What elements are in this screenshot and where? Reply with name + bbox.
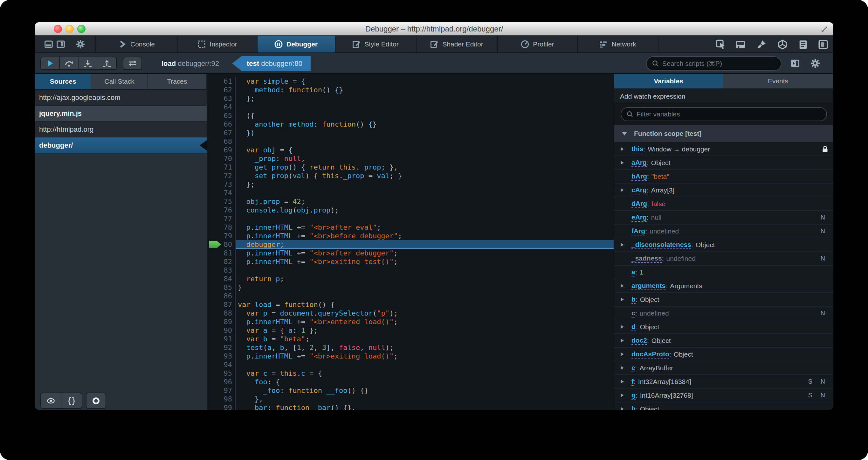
variable-name[interactable]: f [631, 378, 634, 386]
code-line-62[interactable]: 62 method: function() {} [208, 86, 614, 94]
code-line-66[interactable]: 66 another_method: function() {} [208, 120, 614, 128]
variables-tab-events[interactable]: Events [723, 74, 833, 88]
variable-row-b[interactable]: b:Object [614, 293, 833, 307]
line-number[interactable]: 88 [208, 309, 236, 317]
code-line-79[interactable]: 79 p.innerHTML += "<br>before debugger"; [208, 232, 614, 240]
line-number[interactable]: 85 [208, 283, 236, 292]
variable-row-d[interactable]: d:Object [614, 320, 833, 334]
line-number[interactable]: 76 [208, 206, 236, 214]
variable-name[interactable]: g [631, 391, 636, 400]
line-number[interactable]: 96 [208, 378, 236, 386]
variable-value[interactable]: Int16Array[32768] [640, 392, 693, 399]
step-over-button[interactable] [60, 57, 79, 69]
variable-name[interactable]: cArg [631, 186, 647, 194]
variable-value[interactable]: ArrayBuffer [640, 364, 674, 372]
expand-arrow-icon[interactable] [614, 324, 631, 329]
code-line-83[interactable]: 83 [208, 266, 614, 275]
code-line-81[interactable]: 81 p.innerHTML += "<br>after debugger"; [208, 249, 614, 257]
source-item[interactable]: debugger/ [35, 138, 207, 153]
code-line-61[interactable]: 61 var simple = { [208, 77, 614, 86]
pick-element-icon[interactable] [715, 39, 726, 50]
sources-tab-traces[interactable]: Traces [148, 74, 207, 89]
variable-name[interactable]: a [631, 268, 635, 277]
variable-value[interactable]: Object [651, 159, 671, 167]
variable-row-arguments[interactable]: arguments:Arguments [614, 279, 833, 293]
filter-variables-input[interactable]: Filter variables [621, 107, 827, 121]
line-number[interactable]: 82 [208, 257, 236, 266]
add-watch-expression[interactable]: Add watch expression [614, 89, 833, 104]
line-number[interactable]: 84 [208, 275, 236, 283]
line-number[interactable]: 70 [208, 154, 236, 163]
tab-style-editor[interactable]: Style Editor [335, 36, 416, 53]
variable-row-bArg[interactable]: bArg:"beta" [614, 170, 833, 183]
toggle-visibility-button[interactable] [41, 393, 61, 408]
line-number[interactable]: 93 [208, 352, 236, 361]
line-number[interactable]: 78 [208, 223, 236, 232]
expand-arrow-icon[interactable] [614, 160, 631, 166]
variable-name[interactable]: fArg [631, 227, 645, 235]
variable-value[interactable]: Object [651, 337, 671, 345]
variables-tab-variables[interactable]: Variables [614, 74, 723, 88]
code-line-92[interactable]: 92 test(a, b, [1, 2, 3], false, null); [208, 343, 614, 352]
line-number[interactable]: 97 [208, 386, 236, 395]
variable-name[interactable]: _sadness [631, 255, 662, 263]
code-line-93[interactable]: 93 p.innerHTML += "<br>exiting load()"; [208, 352, 614, 361]
source-item[interactable]: jquery.min.js [35, 106, 207, 121]
code-line-75[interactable]: 75 obj.prop = 42; [208, 197, 614, 206]
line-number[interactable]: 72 [208, 171, 236, 180]
code-line-99[interactable]: 99 bar: function _bar() {}, [208, 403, 614, 410]
tab-shader-editor[interactable]: Shader Editor [416, 36, 497, 53]
variable-value[interactable]: Arguments [670, 282, 702, 290]
black-box-button[interactable] [123, 57, 142, 70]
variable-row-cArg[interactable]: cArg:Array[3] [614, 183, 833, 197]
variable-value[interactable]: Window → debugger [648, 145, 710, 153]
variable-value[interactable]: Array[3] [651, 186, 675, 194]
code-line-89[interactable]: 89 p.innerHTML += "<br>entered load()"; [208, 317, 614, 326]
variable-name[interactable]: b [631, 295, 636, 304]
line-number[interactable]: 91 [208, 335, 236, 343]
panel-toggle-icon[interactable] [790, 58, 800, 68]
tab-inspector[interactable]: Inspector [178, 36, 257, 53]
line-number[interactable]: 61 [208, 77, 236, 86]
variable-name[interactable]: docAsProto [631, 350, 669, 358]
code-line-65[interactable]: 65 ({ [208, 111, 614, 120]
settings-gear-icon[interactable] [810, 58, 820, 68]
code-line-98[interactable]: 98 }, [208, 395, 614, 403]
variable-name[interactable]: arguments [631, 282, 665, 290]
variable-value[interactable]: undefined [666, 255, 696, 262]
scope-header[interactable]: Function scope [test] [614, 125, 833, 143]
dock-bottom-icon[interactable] [44, 39, 54, 49]
expand-arrow-icon[interactable] [614, 406, 631, 410]
responsive-mode-icon[interactable] [818, 39, 829, 50]
code-line-95[interactable]: 95 var c = this.c = { [208, 369, 614, 378]
line-number[interactable]: 81 [208, 249, 236, 257]
variable-row-fArg[interactable]: fArg:undefinedN [614, 225, 833, 238]
variable-name[interactable]: doc2 [631, 337, 647, 345]
resize-icon[interactable] [820, 25, 829, 34]
variable-value[interactable]: Object [640, 323, 659, 331]
variable-name[interactable]: e [631, 364, 635, 372]
line-number[interactable]: 98 [208, 395, 236, 403]
expand-arrow-icon[interactable] [614, 146, 631, 152]
code-line-87[interactable]: 87var load = function() { [208, 300, 614, 309]
resume-button[interactable] [41, 57, 60, 69]
variable-row-f[interactable]: f:Int32Array[16384]S N [614, 375, 833, 389]
gear-icon[interactable] [76, 39, 85, 49]
variable-value[interactable]: Object [674, 351, 693, 358]
variable-value[interactable]: undefined [640, 310, 669, 317]
tab-network[interactable]: Network [578, 36, 658, 53]
code-line-73[interactable]: 73 }; [208, 180, 614, 189]
variable-row-this[interactable]: this:Window → debugger [614, 143, 833, 156]
split-console-icon[interactable] [735, 39, 746, 50]
variable-row-e[interactable]: e:ArrayBuffer [614, 362, 833, 375]
expand-arrow-icon[interactable] [614, 283, 631, 289]
pause-exceptions-button[interactable] [86, 393, 106, 409]
code-line-72[interactable]: 72 set prop(val) { this._prop = val; } [208, 171, 614, 180]
line-number[interactable]: 65 [208, 111, 236, 120]
line-number[interactable]: 90 [208, 326, 236, 335]
variable-value[interactable]: "beta" [651, 173, 669, 180]
variable-row-eArg[interactable]: eArg:nullN [614, 211, 833, 225]
variable-name[interactable]: d [631, 323, 636, 331]
line-number[interactable]: 75 [208, 197, 236, 206]
line-number[interactable]: 83 [208, 266, 236, 275]
